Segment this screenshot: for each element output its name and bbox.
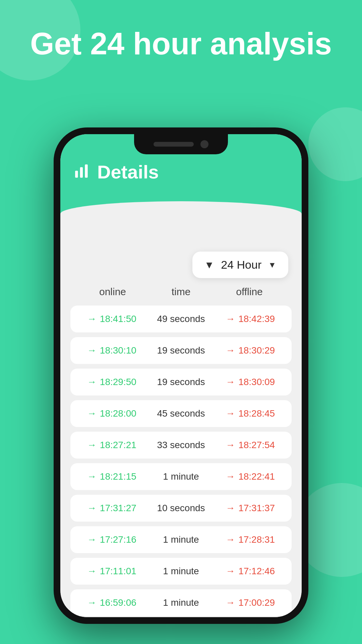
- offline-time: 18:22:41: [238, 471, 275, 482]
- login-icon: →: [87, 534, 97, 545]
- duration-cell: 49 seconds: [146, 314, 216, 324]
- login-icon: →: [87, 408, 97, 419]
- duration-cell: 1 minute: [146, 597, 216, 608]
- offline-time: 17:00:29: [238, 597, 275, 608]
- phone-mockup: Details ▼ 24 Hour ▼: [54, 127, 308, 624]
- login-icon: →: [87, 503, 97, 514]
- duration-cell: 45 seconds: [146, 408, 216, 419]
- filter-icon: ▼: [204, 259, 215, 271]
- table-row: → 17:31:27 10 seconds → 17:31:37: [70, 495, 292, 522]
- duration-cell: 19 seconds: [146, 377, 216, 387]
- offline-cell: → 18:42:39: [216, 314, 285, 324]
- app-screen: Details ▼ 24 Hour ▼: [60, 134, 302, 617]
- table-header: online time offline: [70, 286, 292, 303]
- online-time: 18:30:10: [100, 345, 136, 356]
- online-cell: → 18:27:21: [77, 440, 146, 450]
- duration-value: 10 seconds: [157, 503, 205, 514]
- online-cell: → 18:30:10: [77, 345, 146, 356]
- login-icon: →: [87, 440, 97, 450]
- online-cell: → 16:59:06: [77, 597, 146, 608]
- duration-value: 45 seconds: [157, 408, 205, 419]
- duration-cell: 19 seconds: [146, 345, 216, 356]
- col-header-time: time: [147, 286, 215, 298]
- duration-value: 33 seconds: [157, 440, 205, 450]
- logout-icon: →: [226, 345, 235, 356]
- phone-frame: Details ▼ 24 Hour ▼: [54, 127, 308, 624]
- logout-icon: →: [226, 566, 235, 577]
- phone-notch: [134, 134, 228, 154]
- col-header-offline: offline: [215, 286, 284, 298]
- table-row: → 16:59:06 1 minute → 17:00:29: [70, 589, 292, 616]
- offline-cell: → 17:12:46: [216, 566, 285, 577]
- offline-cell: → 18:30:09: [216, 377, 285, 387]
- online-time: 18:27:21: [100, 440, 136, 450]
- logout-icon: →: [226, 377, 235, 387]
- online-time: 18:28:00: [100, 408, 136, 419]
- online-time: 16:59:06: [100, 597, 136, 608]
- offline-cell: → 17:28:31: [216, 534, 285, 545]
- filter-dropdown[interactable]: ▼ 24 Hour ▼: [192, 252, 288, 278]
- duration-value: 1 minute: [163, 566, 199, 577]
- duration-cell: 1 minute: [146, 566, 216, 577]
- offline-time: 17:12:46: [238, 566, 275, 577]
- login-icon: →: [87, 566, 97, 577]
- filter-label: 24 Hour: [221, 258, 261, 271]
- col-header-online: online: [78, 286, 147, 298]
- duration-value: 19 seconds: [157, 345, 205, 356]
- login-icon: →: [87, 314, 97, 324]
- hero-title: Get 24 hour analysis: [0, 27, 362, 61]
- duration-cell: 1 minute: [146, 471, 216, 482]
- chevron-down-icon: ▼: [268, 260, 276, 270]
- duration-cell: 10 seconds: [146, 503, 216, 514]
- offline-cell: → 17:31:37: [216, 503, 285, 514]
- logout-icon: →: [226, 534, 235, 545]
- online-time: 17:31:27: [100, 503, 136, 514]
- svg-rect-1: [80, 167, 83, 178]
- table-row: → 18:41:50 49 seconds → 18:42:39: [70, 306, 292, 332]
- offline-cell: → 18:22:41: [216, 471, 285, 482]
- online-cell: → 18:29:50: [77, 377, 146, 387]
- online-cell: → 18:21:15: [77, 471, 146, 482]
- offline-time: 18:27:54: [238, 440, 275, 450]
- table-rows: → 18:41:50 49 seconds → 18:42:39 → 18:30…: [70, 306, 292, 617]
- offline-time: 18:30:29: [238, 345, 275, 356]
- duration-value: 1 minute: [163, 534, 199, 545]
- logout-icon: →: [226, 471, 235, 482]
- offline-cell: → 18:27:54: [216, 440, 285, 450]
- svg-rect-0: [75, 171, 78, 178]
- logout-icon: →: [226, 597, 235, 608]
- logout-icon: →: [226, 503, 235, 514]
- logout-icon: →: [226, 408, 235, 419]
- notch-camera: [200, 140, 208, 148]
- duration-value: 1 minute: [163, 597, 199, 608]
- filter-row: ▼ 24 Hour ▼: [70, 252, 292, 278]
- notch-speaker: [154, 142, 194, 147]
- table-row: → 17:11:01 1 minute → 17:12:46: [70, 558, 292, 585]
- logout-icon: →: [226, 314, 235, 324]
- offline-time: 18:30:09: [238, 377, 275, 387]
- online-cell: → 18:28:00: [77, 408, 146, 419]
- offline-time: 18:28:45: [238, 408, 275, 419]
- table-row: → 18:28:00 45 seconds → 18:28:45: [70, 400, 292, 427]
- offline-cell: → 17:00:29: [216, 597, 285, 608]
- offline-time: 18:42:39: [238, 314, 275, 324]
- online-time: 17:11:01: [100, 566, 136, 577]
- online-cell: → 17:11:01: [77, 566, 146, 577]
- table-row: → 18:29:50 19 seconds → 18:30:09: [70, 369, 292, 395]
- app-content: ▼ 24 Hour ▼ online time offline: [60, 241, 302, 617]
- login-icon: →: [87, 597, 97, 608]
- offline-cell: → 18:28:45: [216, 408, 285, 419]
- svg-rect-2: [85, 164, 87, 178]
- offline-time: 17:31:37: [238, 503, 275, 514]
- login-icon: →: [87, 471, 97, 482]
- table-row: → 18:21:15 1 minute → 18:22:41: [70, 463, 292, 490]
- wave-divider: [60, 201, 302, 241]
- bg-decoration-tr: [308, 107, 362, 181]
- offline-cell: → 18:30:29: [216, 345, 285, 356]
- duration-value: 19 seconds: [157, 377, 205, 387]
- sessions-table: online time offline → 18:41:50 49 second…: [70, 286, 292, 617]
- table-row: → 18:27:21 33 seconds → 18:27:54: [70, 432, 292, 459]
- online-time: 18:29:50: [100, 377, 136, 387]
- online-time: 17:27:16: [100, 534, 136, 545]
- phone-inner: Details ▼ 24 Hour ▼: [60, 134, 302, 617]
